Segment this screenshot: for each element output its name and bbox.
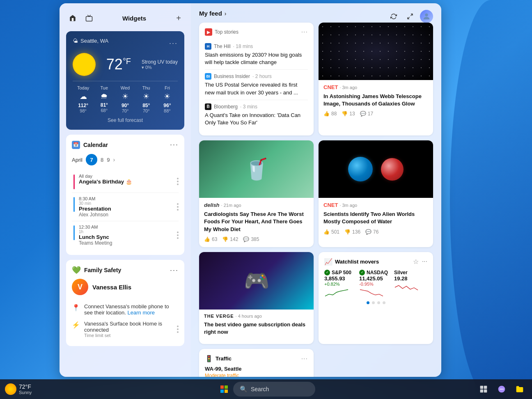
calendar-more-button[interactable]: ··· <box>170 140 179 149</box>
sidebar-header: Widgets + <box>66 10 184 26</box>
hill-logo: H <box>205 43 211 50</box>
sidebar-nav <box>66 11 96 25</box>
expand-button[interactable] <box>404 10 417 23</box>
traffic-card: 🚦 Traffic ··· WA-99, Seattle Moderate tr… <box>199 349 314 377</box>
event-dots-birthday <box>177 178 179 185</box>
dot-4 <box>383 301 385 304</box>
cnet-logo-webb: CNET <box>323 84 338 90</box>
top-stories-more[interactable]: ··· <box>301 28 308 36</box>
cardiologist-card[interactable]: delish · 21m ago Cardiologists Say These… <box>199 140 314 247</box>
media-nav-icon[interactable] <box>83 11 96 25</box>
like-action-cardio[interactable]: 👍 63 <box>204 236 217 242</box>
taskbar-center: 🔍 Search <box>217 382 315 397</box>
comment-action-aliens[interactable]: 💬 76 <box>365 229 378 235</box>
stock-sp500[interactable]: ✓ S&P 500 3,855.93 +0.82% <box>324 270 358 298</box>
calendar-month: April <box>72 157 83 163</box>
forecast-wed: Wed ☀ 90° 70° <box>115 85 135 113</box>
dislike-action-webb[interactable]: 👎 13 <box>342 111 355 117</box>
event-bar-birthday <box>73 174 75 189</box>
refresh-button[interactable] <box>387 10 400 23</box>
file-explorer-button[interactable] <box>512 382 527 397</box>
watchlist-more-button[interactable]: ··· <box>422 258 427 265</box>
top-stories-header: ▶ Top stories ··· <box>205 28 308 36</box>
calendar-month-nav: April 7 8 9 › <box>72 154 179 165</box>
james-webb-card[interactable]: CNET · 3m ago In Astonishing James Webb … <box>319 23 433 135</box>
top-stories-card[interactable]: ▶ Top stories ··· H The Hill · 18 mins S… <box>199 23 314 135</box>
calendar-event-lunch[interactable]: 12:30 AM 1h Lunch Sync Teams Meeting <box>72 221 179 249</box>
calendar-title: Calendar <box>83 142 108 148</box>
stock-nasdaq[interactable]: ✓ NASDAQ 11,425.05 -0.95% <box>359 270 392 298</box>
svg-rect-15 <box>484 386 487 389</box>
activity-icon: ⚡ <box>72 321 80 329</box>
cnet-logo-aliens: CNET <box>323 202 338 208</box>
calendar-event-presentation[interactable]: 8:30 AM 30 min Presentation Alex Johnson <box>72 193 179 221</box>
calendar-day-9: 9 <box>107 157 110 163</box>
comment-action-cardio[interactable]: 💬 385 <box>243 236 259 242</box>
news-item-bi[interactable]: BI Business Insider · 2 hours The US Pos… <box>205 70 308 100</box>
person-name: Vanessa Ellis <box>92 284 131 291</box>
weather-more-button[interactable]: ··· <box>169 39 178 48</box>
event-details-lunch: 12:30 AM 1h Lunch Sync Teams Meeting <box>79 225 112 246</box>
event-bar-lunch <box>73 225 75 240</box>
taskbar-search-bar[interactable]: 🔍 Search <box>233 382 315 397</box>
weather-widget-header: 🌤 Seattle, WA ··· <box>73 38 178 49</box>
smoothie-image <box>199 140 314 198</box>
calendar-title-row: 📅 Calendar <box>72 141 108 149</box>
home-nav-icon[interactable] <box>66 11 79 25</box>
svg-line-1 <box>408 17 410 19</box>
traffic-icon: 🚦 <box>205 355 213 362</box>
event-details-presentation: 8:30 AM 30 min Presentation Alex Johnson <box>79 196 111 218</box>
comment-action-webb[interactable]: 💬 17 <box>360 111 373 117</box>
like-action-webb[interactable]: 👍 88 <box>323 111 337 117</box>
watchlist-header: 📈 Watchlist movers ☆ ··· <box>324 258 427 266</box>
calendar-event-birthday[interactable]: All day Angela's Birthday 🎂 <box>72 170 179 193</box>
traffic-status: Moderate traffic <box>205 373 308 377</box>
see-full-forecast-link[interactable]: See full forecast <box>73 117 178 123</box>
start-button[interactable] <box>217 382 232 397</box>
taskbar-weather-text: 72°F Sunny <box>19 383 32 395</box>
video-games-card[interactable]: THE VERGE · 4 hours ago The best video g… <box>199 252 314 344</box>
traffic-more-button[interactable]: ··· <box>301 355 308 362</box>
location-icon: 📍 <box>72 304 80 312</box>
family-more-button[interactable]: ··· <box>170 266 179 275</box>
news-item-bloomberg[interactable]: B Bloomberg · 3 mins A Quant's Take on I… <box>205 100 308 130</box>
svg-point-21 <box>502 389 504 390</box>
alien-worlds-card[interactable]: CNET · 3m ago Scientists Identify Two Al… <box>319 140 433 247</box>
svg-rect-14 <box>480 386 484 389</box>
forecast-thu: Thu ☀ 85° 70° <box>136 85 157 113</box>
family-item-location: 📍 Connect Vanessa's mobile phone to see … <box>72 301 179 318</box>
taskbar-search-icon: 🔍 <box>240 385 248 393</box>
dot-1 <box>367 301 369 304</box>
chat-button[interactable] <box>494 382 509 397</box>
delish-logo: delish <box>204 202 220 208</box>
dislike-action-cardio[interactable]: 👎 142 <box>222 236 238 242</box>
calendar-chevron[interactable]: › <box>113 156 115 163</box>
news-item-hill[interactable]: H The Hill · 18 mins Slash emissions by … <box>205 40 308 70</box>
family-learn-more-link[interactable]: Learn more <box>128 310 155 316</box>
add-widget-button[interactable]: + <box>173 12 184 24</box>
stock-silver[interactable]: Silver 19.28 <box>394 270 427 298</box>
watchlist-pin-icon[interactable]: ☆ <box>413 258 419 266</box>
weather-widget: 🌤 Seattle, WA ··· 72°F Strong UV today ▾… <box>66 31 184 130</box>
taskbar-search-text: Search <box>251 386 269 392</box>
task-view-button[interactable] <box>476 382 491 397</box>
stock-row: ✓ S&P 500 3,855.93 +0.82% ✓ NASDAQ <box>324 270 427 298</box>
family-items: 📍 Connect Vanessa's mobile phone to see … <box>72 301 179 340</box>
sp500-status-dot: ✓ <box>324 270 330 275</box>
panel-header-actions <box>387 10 433 23</box>
family-person: V Vanessa Ellis <box>72 279 179 295</box>
user-avatar[interactable] <box>420 10 433 23</box>
event-bar-presentation <box>73 197 75 212</box>
svg-point-2 <box>425 14 428 16</box>
dislike-action-aliens[interactable]: 👎 136 <box>344 229 360 235</box>
space-image <box>319 23 433 80</box>
family-header: 💚 Family Safety ··· <box>72 266 179 275</box>
feed-area: My feed › ▶ Top stories ··· H The Hill <box>191 3 441 377</box>
like-action-aliens[interactable]: 👍 501 <box>323 229 339 235</box>
bi-logo: BI <box>205 73 211 80</box>
person-avatar: V <box>72 279 88 295</box>
event-dots-presentation <box>177 203 179 211</box>
svg-line-0 <box>410 14 413 16</box>
feed-grid: ▶ Top stories ··· H The Hill · 18 mins S… <box>199 23 433 377</box>
taskbar-weather[interactable]: 72°F Sunny <box>5 383 32 395</box>
